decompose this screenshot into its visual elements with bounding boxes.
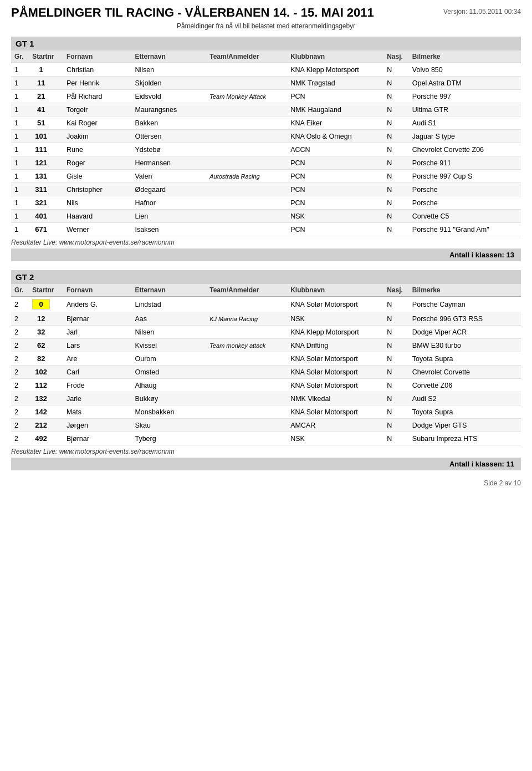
- gt2-etternavn-cell: Nilsen: [131, 326, 206, 339]
- gt1-table-row: 1 1 Christian Nilsen KNA Klepp Motorspor…: [11, 63, 521, 77]
- gt1-antall-value: 13: [507, 251, 514, 259]
- gt1-fornavn-cell: Werner: [63, 223, 132, 236]
- gt2-table-row: 2 492 Bjørnar Tyberg NSK N Subaru Imprez…: [11, 432, 521, 445]
- col-nasj: Nasj.: [383, 50, 409, 63]
- gt2-fornavn-cell: Jarl: [63, 326, 132, 339]
- gt2-fornavn-cell: Carl: [63, 366, 132, 379]
- col-klubb: Klubbnavn: [287, 50, 383, 63]
- col-startnr: Startnr: [29, 50, 63, 63]
- gt2-bil-cell: BMW E30 turbo: [409, 339, 521, 352]
- gt2-nasj-cell: N: [383, 326, 409, 339]
- gt2-bil-cell: Porsche Cayman: [409, 297, 521, 312]
- page-number: Side 2 av 10: [484, 479, 521, 487]
- gt1-startnr-cell: 111: [29, 143, 63, 156]
- gt1-nasj-cell: N: [383, 143, 409, 156]
- gt2-etternavn-cell: Tyberg: [131, 432, 206, 445]
- gt1-etternavn-cell: Hafnor: [131, 196, 206, 210]
- gt2-table-row: 2 82 Are Ourom KNA Solør Motorsport N To…: [11, 352, 521, 366]
- gt2-fornavn-cell: Bjørnar: [63, 432, 132, 445]
- gt2-fornavn-cell: Lars: [63, 339, 132, 352]
- gt2-table-row: 2 212 Jørgen Skau AMCAR N Dodge Viper GT…: [11, 419, 521, 432]
- gt1-bil-cell: Chevrolet Corvette Z06: [409, 143, 521, 156]
- gt1-startnr-cell: 1: [29, 63, 63, 77]
- gt2-gr-cell: 2: [11, 352, 29, 366]
- gt1-bil-cell: Audi S1: [409, 116, 521, 130]
- gt1-klubb-cell: PCN: [287, 90, 383, 103]
- gt2-gr-cell: 2: [11, 392, 29, 405]
- gt1-team-cell: [206, 156, 287, 170]
- gt1-team-cell: Autostrada Racing: [206, 170, 287, 183]
- gt1-header: GT 1: [11, 37, 521, 50]
- gt2-etternavn-cell: Kvissel: [131, 339, 206, 352]
- gt2-etternavn-cell: Lindstad: [131, 297, 206, 312]
- gt2-klubb-cell: NSK: [287, 312, 383, 326]
- col-etternavn-2: Etternavn: [131, 284, 206, 297]
- gt1-fornavn-cell: Christian: [63, 63, 132, 77]
- gt2-column-headers: Gr. Startnr Fornavn Etternavn Team/Anmel…: [11, 284, 521, 297]
- gt1-fornavn-cell: Christopher: [63, 183, 132, 196]
- gt1-bil-cell: Volvo 850: [409, 63, 521, 77]
- gt1-etternavn-cell: Ødegaard: [131, 183, 206, 196]
- gt2-nasj-cell: N: [383, 419, 409, 432]
- col-team-2: Team/Anmelder: [206, 284, 287, 297]
- gt2-fornavn-cell: Bjørnar: [63, 312, 132, 326]
- gt1-gr-cell: 1: [11, 116, 29, 130]
- gt1-startnr-cell: 401: [29, 210, 63, 223]
- gt2-nasj-cell: N: [383, 297, 409, 312]
- gt2-nasj-cell: N: [383, 379, 409, 392]
- gt1-table-row: 1 41 Torgeir Maurangsnes NMK Haugaland N…: [11, 103, 521, 116]
- gt1-table-row: 1 21 Pål Richard Eidsvold Team Monkey At…: [11, 90, 521, 103]
- gt2-team-cell: KJ Marina Racing: [206, 312, 287, 326]
- col-bil: Bilmerke: [409, 50, 521, 63]
- gt1-fornavn-cell: Roger: [63, 156, 132, 170]
- col-startnr-2: Startnr: [29, 284, 63, 297]
- gt1-table-row: 1 401 Haavard Lien NSK N Corvette C5: [11, 210, 521, 223]
- gt2-team-cell: [206, 326, 287, 339]
- gt2-antall: Antall i klassen: 11: [11, 458, 521, 470]
- gt1-bil-cell: Corvette C5: [409, 210, 521, 223]
- gt2-gr-cell: 2: [11, 405, 29, 419]
- gt2-table-row: 2 62 Lars Kvissel Team monkey attack KNA…: [11, 339, 521, 352]
- gt2-nasj-cell: N: [383, 352, 409, 366]
- gt1-klubb-cell: PCN: [287, 170, 383, 183]
- gt1-etternavn-cell: Skjolden: [131, 77, 206, 90]
- gt2-startnr-cell: 112: [29, 379, 63, 392]
- gt1-klubb-cell: PCN: [287, 156, 383, 170]
- gt2-bil-cell: Dodge Viper ACR: [409, 326, 521, 339]
- gt1-antall-label: Antall i klassen:: [449, 251, 504, 259]
- version-text: Versjon: 11.05.2011 00:34: [443, 8, 521, 16]
- gt2-etternavn-cell: Monsbakken: [131, 405, 206, 419]
- gt1-startnr-cell: 121: [29, 156, 63, 170]
- gt1-table-row: 1 51 Kai Roger Bakken KNA Eiker N Audi S…: [11, 116, 521, 130]
- gt1-team-cell: [206, 143, 287, 156]
- gt1-gr-cell: 1: [11, 156, 29, 170]
- gt1-nasj-cell: N: [383, 210, 409, 223]
- gt2-team-cell: [206, 419, 287, 432]
- gt2-startnr-cell: 212: [29, 419, 63, 432]
- gt1-nasj-cell: N: [383, 77, 409, 90]
- gt1-fornavn-cell: Haavard: [63, 210, 132, 223]
- gt1-klubb-cell: ACCN: [287, 143, 383, 156]
- gt1-startnr-cell: 51: [29, 116, 63, 130]
- gt2-klubb-cell: NMK Vikedal: [287, 392, 383, 405]
- col-etternavn: Etternavn: [131, 50, 206, 63]
- gt1-fornavn-cell: Nils: [63, 196, 132, 210]
- gt2-live-link: Resultater Live: www.motorsport-events.s…: [11, 448, 521, 455]
- gt1-gr-cell: 1: [11, 63, 29, 77]
- gt1-bil-cell: Porsche: [409, 196, 521, 210]
- gt1-table-row: 1 311 Christopher Ødegaard PCN N Porsche: [11, 183, 521, 196]
- gt1-startnr-cell: 101: [29, 130, 63, 143]
- gt1-nasj-cell: N: [383, 183, 409, 196]
- col-klubb-2: Klubbnavn: [287, 284, 383, 297]
- gt2-table: Gr. Startnr Fornavn Etternavn Team/Anmel…: [11, 284, 521, 445]
- gt1-antall: Antall i klassen: 13: [11, 248, 521, 261]
- gt1-startnr-cell: 131: [29, 170, 63, 183]
- gt1-bil-cell: Porsche 997 Cup S: [409, 170, 521, 183]
- gt1-startnr-cell: 321: [29, 196, 63, 210]
- gt1-nasj-cell: N: [383, 223, 409, 236]
- col-bil-2: Bilmerke: [409, 284, 521, 297]
- gt1-fornavn-cell: Kai Roger: [63, 116, 132, 130]
- gt2-bil-cell: Toyota Supra: [409, 405, 521, 419]
- gt1-team-cell: [206, 103, 287, 116]
- gt2-fornavn-cell: Jørgen: [63, 419, 132, 432]
